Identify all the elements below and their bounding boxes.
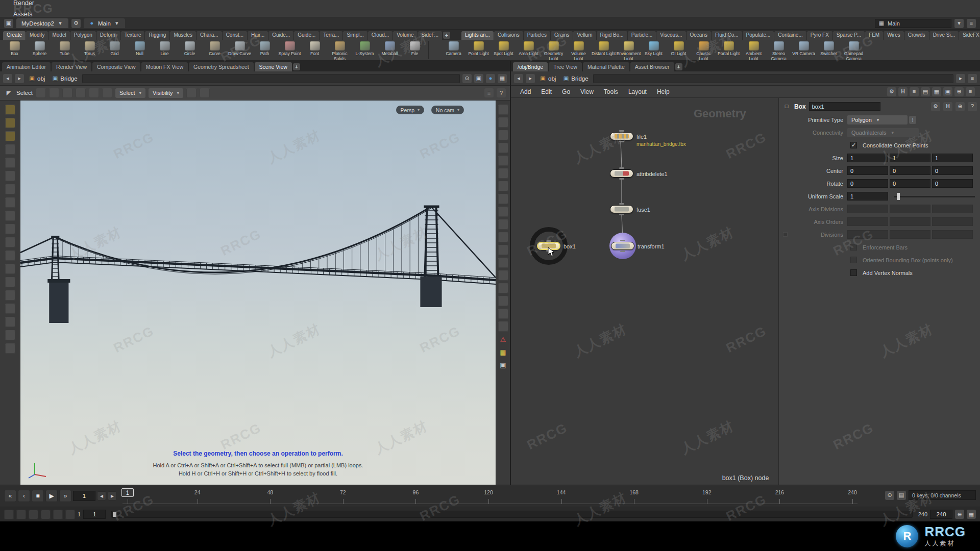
network-menu-item[interactable]: Tools (600, 87, 622, 96)
grid-icon[interactable] (498, 347, 508, 357)
shelf-tool[interactable]: Distant Light (591, 40, 616, 60)
network-menu-item[interactable]: Layout (624, 87, 651, 96)
shelf-tab[interactable]: Muscles (170, 31, 196, 40)
shelf-tool[interactable]: Caustic Light (691, 40, 716, 60)
pin-icon[interactable] (885, 491, 894, 500)
divisions-y-field[interactable] (890, 230, 930, 239)
shelf-tab[interactable]: Texture (121, 31, 145, 40)
plus-icon[interactable] (293, 63, 300, 70)
pane-tab[interactable]: Tree View (549, 62, 582, 71)
shelf-tab[interactable]: Guide... (268, 31, 293, 40)
help-icon[interactable] (968, 102, 977, 111)
viewport-tool-icon[interactable] (5, 251, 15, 261)
forward-icon[interactable] (526, 74, 535, 83)
viewport-tool-icon[interactable] (5, 224, 15, 234)
updown-icon[interactable] (909, 116, 916, 124)
axis-divisions-z-field[interactable] (932, 205, 973, 213)
snapshot-icon[interactable] (498, 360, 508, 370)
path-chip-node[interactable]: Bridge (50, 74, 79, 83)
uniform-scale-field[interactable]: 1 (847, 192, 888, 201)
enforcement-checkbox[interactable] (850, 244, 857, 251)
size-y-field[interactable]: 1 (890, 154, 930, 162)
shelf-tool[interactable]: VR Camera (791, 40, 816, 60)
shelf-tool[interactable]: Draw Curve (227, 40, 252, 60)
playbar-option-icon[interactable] (4, 510, 14, 519)
step-back-button[interactable] (18, 490, 30, 502)
list-icon[interactable] (897, 491, 906, 500)
select-prims-icon[interactable] (62, 88, 72, 98)
hscript-icon[interactable] (943, 102, 952, 111)
viewport-tool-icon[interactable] (5, 317, 15, 327)
display-option-icon[interactable] (498, 219, 508, 230)
select-edges-icon[interactable] (49, 88, 59, 98)
shelf-tool[interactable]: Portal Light (716, 40, 741, 60)
viewport-tool-icon[interactable] (5, 343, 15, 354)
shelf-tab[interactable]: Model (48, 31, 69, 40)
viewport-tool-icon[interactable] (5, 144, 15, 155)
playbar-option-icon[interactable] (65, 510, 75, 519)
pane-tab[interactable]: Motion FX View (141, 62, 188, 71)
visibility-dropdown[interactable]: Visibility (149, 88, 183, 98)
gear-icon[interactable] (931, 102, 940, 111)
viewport-tool-icon[interactable] (5, 158, 15, 168)
plus-icon[interactable] (675, 63, 682, 70)
consolidate-checkbox[interactable]: ✓ (850, 142, 857, 148)
shelf-tab[interactable]: Const... (223, 31, 247, 40)
menu-icon[interactable] (966, 87, 975, 96)
forward-icon[interactable] (108, 491, 117, 500)
shelf-tab[interactable]: Volume (393, 31, 417, 40)
shelf-tool[interactable]: Gamepad Camera (841, 40, 866, 60)
menu-icon[interactable] (484, 88, 494, 97)
axis-orders-z-field[interactable] (932, 217, 973, 226)
menu-item[interactable]: Render (7, 0, 45, 9)
shelf-tool[interactable]: Area Light (516, 40, 541, 60)
center-z-field[interactable]: 0 (932, 166, 973, 175)
path-input[interactable] (593, 74, 953, 83)
axis-divisions-y-field[interactable] (890, 205, 930, 213)
shelf-tool[interactable]: Spray Paint (277, 40, 302, 60)
connectivity-dropdown[interactable]: Quadrilaterals (847, 128, 919, 137)
chevron-down-icon[interactable] (57, 20, 63, 27)
shelf-tool[interactable]: Switcher (816, 40, 841, 60)
shelf-tool[interactable]: Font (302, 40, 327, 60)
display-option-icon[interactable] (498, 130, 508, 140)
shelf-tool[interactable]: Tube (52, 40, 77, 60)
grid-icon[interactable] (967, 510, 976, 519)
shelf-tool[interactable]: L-System (352, 40, 377, 60)
viewport-3d[interactable]: Persp No cam Select the geometry, then c… (20, 101, 496, 485)
shelf-tab[interactable]: Lights an... (461, 31, 494, 40)
shelf-tab[interactable]: Guide... (294, 31, 319, 40)
shelf-tab[interactable]: FEM (865, 31, 883, 40)
select-filter-dropdown[interactable]: Select (115, 88, 145, 98)
display-option-icon[interactable] (498, 309, 508, 319)
snapshot-icon[interactable] (474, 74, 483, 83)
network-menu-item[interactable]: Edit (537, 87, 556, 96)
stop-button[interactable] (32, 490, 44, 502)
node-name-field[interactable]: box1 (809, 102, 880, 111)
path-input[interactable] (82, 74, 460, 83)
shelf-tab[interactable]: Pyro FX (807, 31, 832, 40)
timeline-ruler[interactable]: 1 124487296120144168192216240 (122, 485, 857, 507)
shelf-tool[interactable]: Platonic Solids (327, 40, 352, 60)
shelf-tab[interactable]: Viscous... (656, 31, 685, 40)
shelf-tab[interactable]: Wires (884, 31, 904, 40)
shelf-tool[interactable]: Path (252, 40, 277, 60)
forward-icon[interactable] (956, 74, 965, 83)
viewport-tool-icon[interactable] (5, 118, 15, 128)
chevron-down-icon[interactable] (114, 20, 120, 27)
display-option-icon[interactable] (498, 156, 508, 166)
node-fuse1[interactable] (610, 205, 633, 213)
path-chip-obj[interactable]: obj (27, 74, 47, 83)
divisions-z-field[interactable] (932, 230, 973, 239)
viewport-tool-icon[interactable] (5, 171, 15, 181)
shelf-tab[interactable]: Modify (26, 31, 48, 40)
pane-tab[interactable]: Geometry Spreadsheet (189, 62, 254, 71)
viewport-tool-icon[interactable] (5, 105, 15, 115)
size-x-field[interactable]: 1 (847, 154, 888, 162)
display-option-icon[interactable] (498, 321, 508, 332)
jump-start-button[interactable] (4, 490, 16, 502)
path-chip-obj[interactable]: obj (537, 74, 558, 83)
back-icon[interactable] (514, 74, 523, 83)
display-option-icon[interactable] (498, 168, 508, 179)
menu-icon[interactable] (910, 87, 919, 96)
